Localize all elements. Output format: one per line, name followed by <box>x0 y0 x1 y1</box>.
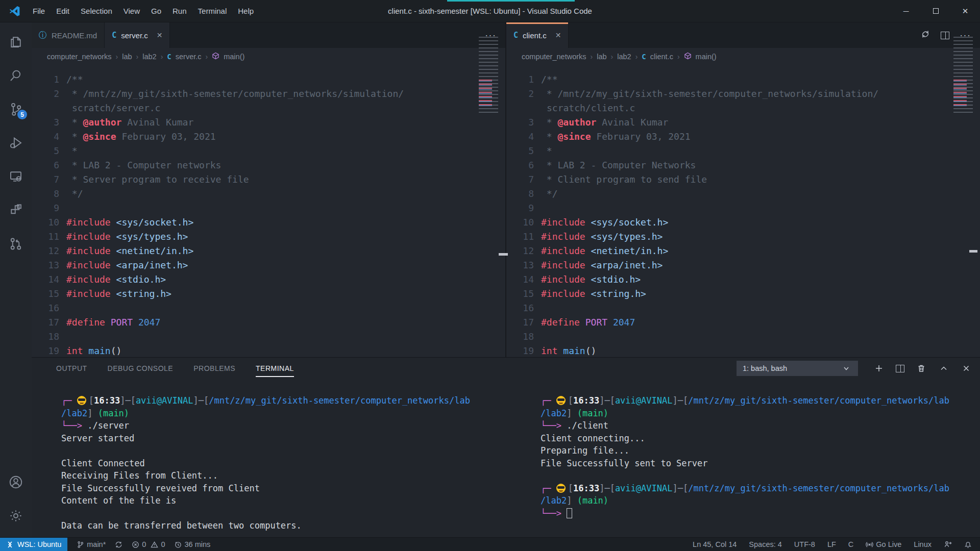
sync-item[interactable] <box>115 541 122 548</box>
close-panel-icon[interactable] <box>961 363 972 374</box>
broadcast-icon <box>866 541 873 548</box>
eol-item[interactable]: LF <box>827 540 836 548</box>
line-number: 8 <box>32 187 66 201</box>
breadcrumb-item[interactable]: main() <box>696 53 717 61</box>
breadcrumb-item[interactable]: lab2 <box>617 53 631 61</box>
search-icon[interactable] <box>4 63 28 88</box>
tabbar-left: ⓘ README.md C server.c ✕ ··· <box>32 22 505 48</box>
terminal-line <box>61 507 518 520</box>
terminal-line: File Successfully sent to Server <box>541 457 980 470</box>
pull-requests-icon[interactable] <box>4 232 28 256</box>
line-number: 12 <box>32 244 66 258</box>
terminal-server[interactable]: ┌─ [16:33]─[avii@AVINAL]─[/mnt/z/my_git/… <box>32 379 518 537</box>
sunglasses-emoji-icon <box>556 484 566 493</box>
go-live-item[interactable]: Go Live <box>866 540 901 548</box>
code-line: 14#include <stdio.h> <box>32 272 505 287</box>
tab-readme-md[interactable]: ⓘ README.md <box>32 22 105 48</box>
split-editor-icon[interactable] <box>941 32 949 39</box>
panel-tab-terminal[interactable]: TERMINAL <box>256 362 294 374</box>
terminal-line: File Successfully reveived from Client <box>61 482 518 495</box>
tabbar-right: C client.c ✕ ··· <box>506 22 980 48</box>
os-item[interactable]: Linux <box>914 540 932 548</box>
language-mode-item[interactable]: C <box>848 540 853 548</box>
notifications-item[interactable] <box>964 541 972 548</box>
extensions-icon[interactable] <box>4 198 28 222</box>
error-icon <box>132 541 139 548</box>
c-file-icon: C <box>167 53 171 61</box>
breadcrumb-item[interactable]: server.c <box>176 53 202 61</box>
git-branch-item[interactable]: main* <box>77 540 106 548</box>
menu-file[interactable]: File <box>27 0 51 22</box>
titlebar: File Edit Selection View Go Run Terminal… <box>0 0 980 22</box>
code-line: 8 */ <box>32 187 505 201</box>
code-line: 4 * @since February 03, 2021 <box>506 130 980 144</box>
editor-area: ⓘ README.md C server.c ✕ ··· co <box>32 22 980 357</box>
menu-run[interactable]: Run <box>167 0 192 22</box>
problems-item[interactable]: 0 0 <box>132 540 165 548</box>
close-tab-icon[interactable]: ✕ <box>157 31 163 39</box>
encoding-item[interactable]: UTF-8 <box>794 540 815 548</box>
tab-label: client.c <box>523 31 547 40</box>
editor-group-right: C client.c ✕ ··· computer_networks› lab› <box>506 22 980 357</box>
line-number: 6 <box>506 158 541 172</box>
menu-view[interactable]: View <box>118 0 145 22</box>
minimap[interactable] <box>479 37 498 114</box>
menu-go[interactable]: Go <box>145 0 167 22</box>
code-line: 6 * LAB 2 - Computer networks <box>32 158 505 172</box>
menu-terminal[interactable]: Terminal <box>192 0 233 22</box>
open-changes-icon[interactable] <box>920 29 930 41</box>
line-number: 10 <box>32 215 66 230</box>
panel-tab-output[interactable]: OUTPUT <box>56 362 87 374</box>
settings-gear-icon[interactable] <box>4 504 28 528</box>
tab-server-c[interactable]: C server.c ✕ <box>105 22 170 48</box>
minimize-button[interactable]: ─ <box>891 0 921 22</box>
close-button[interactable]: ✕ <box>950 0 980 22</box>
panel-tab-problems[interactable]: PROBLEMS <box>193 362 235 374</box>
menu-edit[interactable]: Edit <box>51 0 75 22</box>
breadcrumb-item[interactable]: lab2 <box>142 53 156 61</box>
terminal-picker-dropdown[interactable]: 1: bash, bash <box>737 361 858 376</box>
feedback-item[interactable] <box>944 540 952 548</box>
menu-help[interactable]: Help <box>232 0 259 22</box>
breadcrumb-item[interactable]: computer_networks <box>47 53 112 61</box>
panel-tab-debug-console[interactable]: DEBUG CONSOLE <box>108 362 174 374</box>
new-terminal-icon[interactable] <box>873 363 885 374</box>
terminal-cursor <box>567 508 572 518</box>
source-control-icon[interactable]: 5 <box>4 97 28 121</box>
terminal-client[interactable]: ┌─ [16:33]─[avii@AVINAL]─[/mnt/z/my_git/… <box>518 379 980 537</box>
go-live-label: Go Live <box>876 540 901 548</box>
code-line: 6 * LAB 2 - Computer Networks <box>506 158 980 172</box>
split-terminal-icon[interactable] <box>896 365 904 372</box>
breadcrumb-item[interactable]: lab <box>122 53 132 61</box>
line-number <box>32 101 66 115</box>
chevron-down-icon <box>841 363 852 374</box>
cursor-position-item[interactable]: Ln 45, Col 14 <box>693 540 737 548</box>
timer-item[interactable]: 36 mins <box>174 540 210 548</box>
run-debug-icon[interactable] <box>4 131 28 155</box>
maximize-panel-icon[interactable] <box>938 363 949 374</box>
breadcrumb-item[interactable]: computer_networks <box>522 53 586 61</box>
explorer-icon[interactable] <box>4 30 28 54</box>
tab-client-c[interactable]: C client.c ✕ <box>506 22 569 48</box>
activity-bar: 5 <box>0 22 32 537</box>
kill-terminal-trash-icon[interactable] <box>916 363 927 374</box>
tab-label: README.md <box>52 31 97 40</box>
menu-selection[interactable]: Selection <box>75 0 118 22</box>
line-number: 7 <box>32 172 66 187</box>
code-editor-client[interactable]: 1/**2 * /mnt/z/my_git/sixth-semester/com… <box>506 65 980 357</box>
indentation-item[interactable]: Spaces: 4 <box>749 540 782 548</box>
code-line: 15#include <string.h> <box>32 287 505 301</box>
breadcrumb-item[interactable]: main() <box>224 53 244 61</box>
breadcrumb-item[interactable]: client.c <box>650 53 673 61</box>
line-number: 11 <box>506 230 541 244</box>
code-line: 3 * @author Avinal Kumar <box>32 115 505 130</box>
minimap[interactable] <box>953 37 973 114</box>
accounts-icon[interactable] <box>4 470 28 494</box>
remote-explorer-icon[interactable] <box>4 164 28 189</box>
breadcrumb-item[interactable]: lab <box>597 53 606 61</box>
close-tab-icon[interactable]: ✕ <box>555 31 561 39</box>
restore-button[interactable] <box>921 0 950 22</box>
remote-indicator[interactable]: WSL: Ubuntu <box>0 538 67 551</box>
terminal-picker-value: 1: bash, bash <box>743 364 787 372</box>
code-editor-server[interactable]: 1/**2 * /mnt/z/my_git/sixth-semester/com… <box>32 65 505 357</box>
